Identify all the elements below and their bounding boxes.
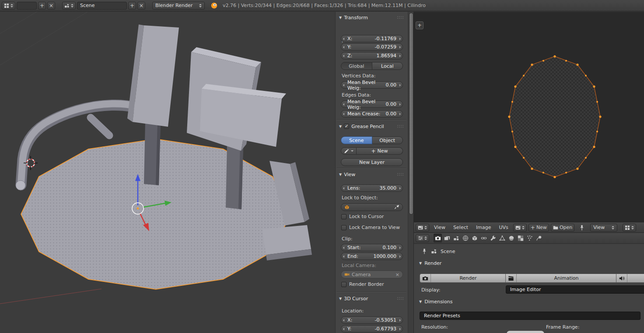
scrollbar-thumb[interactable] [409, 13, 413, 215]
scene-icon [453, 235, 459, 241]
panel-grip-icon[interactable] [397, 16, 404, 20]
lock-to-cursor-row[interactable]: Lock to Cursor [341, 214, 384, 219]
new-layer-button[interactable]: New Layer [341, 158, 403, 166]
uv-canvas [414, 12, 644, 222]
cursor-x-field[interactable]: X:-0.53051 [341, 316, 403, 324]
menu-uvs[interactable]: UVs [496, 225, 511, 230]
screen-name-field[interactable] [17, 2, 37, 10]
lock-to-object-label: Lock to Object: [342, 195, 378, 201]
render-border-row[interactable]: Render Border [341, 281, 384, 287]
render-button[interactable]: Render [420, 274, 506, 283]
panel-header-view[interactable]: ▼View [337, 170, 406, 179]
mean-crease-field[interactable]: Mean Crease:0.00 [341, 110, 403, 118]
lock-camera-checkbox[interactable] [341, 225, 346, 230]
tab-physics[interactable] [535, 234, 543, 243]
editor-type-select[interactable] [2, 2, 15, 10]
menu-image[interactable]: Image [473, 225, 494, 230]
grease-draw-button[interactable] [341, 147, 357, 155]
audio-button[interactable]: Au [616, 274, 644, 283]
props-editor-type-select[interactable] [416, 234, 429, 242]
physics-icon [536, 235, 542, 241]
close-screen-button[interactable]: × [47, 2, 55, 10]
chevron-updown-icon [424, 226, 427, 229]
lock-camera-row[interactable]: Lock Camera to View [341, 225, 400, 230]
render-border-checkbox[interactable] [341, 282, 346, 287]
tab-material[interactable] [507, 234, 515, 243]
pin-icon[interactable] [579, 225, 585, 231]
layers-icon [444, 235, 450, 241]
folder-icon [553, 225, 558, 230]
global-button[interactable]: Global [341, 62, 372, 70]
local-button[interactable]: Local [372, 62, 403, 70]
display-select[interactable]: Image Editor [506, 285, 644, 294]
local-camera-field[interactable]: Camera× [341, 271, 403, 278]
speaker-icon [619, 275, 625, 281]
median-z-field[interactable]: Z:1.86594 [341, 52, 403, 59]
panel-header-render[interactable]: ▼Render [419, 260, 441, 266]
image-browse-button[interactable] [513, 224, 527, 232]
clear-camera-icon[interactable]: × [396, 272, 399, 278]
median-y-field[interactable]: Y:-0.07259 [341, 43, 403, 51]
menu-view[interactable]: View [431, 225, 448, 230]
open-image-button[interactable]: Open [551, 224, 574, 232]
checker-icon [518, 235, 524, 241]
uv-editor-type-select[interactable] [416, 224, 429, 232]
render-engine-select[interactable]: Blender Render [152, 2, 205, 10]
uv-image-editor[interactable]: + [414, 12, 644, 222]
tab-scene[interactable] [452, 234, 460, 243]
animation-button[interactable]: Animation [506, 274, 616, 283]
panel-grip-icon[interactable] [397, 173, 404, 177]
eyedropper-icon[interactable] [394, 205, 399, 210]
viewport-3d[interactable] [0, 12, 335, 333]
median-x-field[interactable]: X:-0.11769 [341, 35, 403, 42]
tab-constraints[interactable] [480, 234, 488, 243]
tab-render[interactable] [434, 234, 442, 243]
npanel-scrollbar[interactable] [408, 12, 414, 333]
tab-object-data[interactable] [498, 234, 506, 243]
uv-snap-select[interactable] [623, 224, 636, 232]
resolution-x-field[interactable] [507, 331, 544, 333]
lock-to-cursor-checkbox[interactable] [341, 214, 346, 219]
chevron-updown-icon [10, 4, 13, 7]
expand-region-button[interactable]: + [416, 21, 424, 29]
edge-bevel-weight-field[interactable]: Mean Bevel Weig:0.00 [341, 101, 403, 108]
vertex-bevel-weight-field[interactable]: Mean Bevel Weig:0.00 [341, 81, 403, 89]
tab-particles[interactable] [525, 234, 534, 243]
lock-to-object-field[interactable] [341, 203, 403, 211]
camera-icon [344, 272, 350, 277]
tab-modifiers[interactable] [489, 234, 497, 243]
clip-start-field[interactable]: Start:0.100 [341, 244, 403, 251]
grease-scene-tab[interactable]: Scene [341, 136, 372, 144]
tab-texture[interactable] [516, 234, 525, 243]
cursor-y-field[interactable]: Y:-0.67793 [341, 325, 403, 333]
scene-browse-button[interactable] [62, 2, 76, 10]
lens-field[interactable]: Lens:35.000 [341, 184, 403, 192]
tab-object[interactable] [470, 234, 479, 243]
panel-header-dimensions[interactable]: ▼Dimensions [419, 299, 452, 305]
grease-new-button[interactable]: +New [357, 147, 403, 155]
scene-name-field[interactable]: Scene [77, 2, 127, 10]
image-icon [515, 225, 521, 230]
grease-object-tab[interactable]: Object [372, 136, 403, 144]
scene-render [0, 12, 335, 333]
menu-select[interactable]: Select [450, 225, 471, 230]
clip-end-field[interactable]: End:1000.000 [341, 253, 403, 260]
panel-grip-icon[interactable] [397, 297, 404, 301]
uv-view-select[interactable]: View [590, 224, 617, 232]
tab-render-layers[interactable] [443, 234, 451, 243]
render-presets-select[interactable]: Render Presets [420, 312, 640, 320]
close-scene-button[interactable]: × [137, 2, 145, 10]
panel-header-grease-pencil[interactable]: ▼✓Grease Pencil [337, 122, 406, 131]
tab-world[interactable] [461, 234, 469, 243]
pin-icon[interactable] [421, 248, 427, 254]
new-image-button[interactable]: +New [528, 224, 549, 232]
snap-grid-icon [625, 225, 630, 230]
add-scene-button[interactable]: + [128, 2, 136, 10]
panel-grip-icon[interactable] [397, 125, 404, 128]
globe-icon [462, 235, 469, 241]
add-screen-button[interactable]: + [38, 2, 46, 10]
panel-header-transform[interactable]: ▼Transform [337, 13, 406, 22]
panel-header-3d-cursor[interactable]: ▼3D Cursor [337, 294, 406, 303]
clapperboard-icon [508, 275, 514, 281]
grease-pencil-checkbox[interactable]: ✓ [344, 124, 349, 129]
